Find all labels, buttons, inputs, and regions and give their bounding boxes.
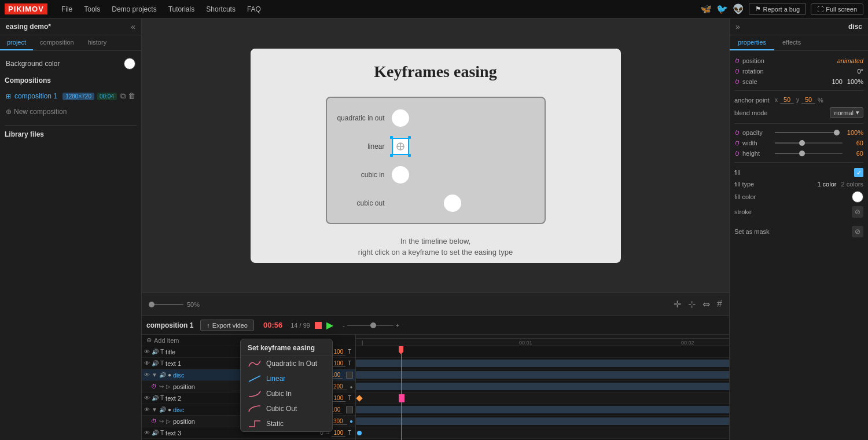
keyframe-start-pos1[interactable] [356, 395, 362, 401]
height-value[interactable]: 60 [846, 150, 863, 157]
tab-history[interactable]: history [81, 35, 113, 50]
fill-type-2colors[interactable]: 2 colors [841, 181, 863, 188]
audio-icon-text1[interactable]: 🔊 [152, 360, 159, 366]
composition-copy-btn[interactable]: ⧉ [120, 91, 126, 101]
menu-tutorials[interactable]: Tutorials [164, 3, 200, 16]
left-tabs: project composition history [0, 35, 141, 51]
zoom-slider[interactable] [149, 304, 183, 305]
width-value[interactable]: 60 [846, 140, 863, 146]
zoom-thumb[interactable] [149, 302, 155, 307]
audio-icon-text2[interactable]: 🔊 [152, 395, 159, 401]
prop-row-fill: fill ✓ [734, 166, 863, 179]
next-key-icon-pos2[interactable]: ▷ [166, 418, 171, 424]
right-panel-collapse[interactable]: » [735, 22, 740, 31]
visibility-icon-text3[interactable]: 👁 [144, 430, 150, 436]
tab-effects[interactable]: effects [774, 35, 809, 50]
visibility-icon-title[interactable]: 👁 [144, 349, 150, 355]
speed-slider-thumb[interactable] [370, 322, 376, 328]
width-thumb[interactable] [799, 140, 805, 146]
opacity-thumb[interactable] [834, 130, 840, 135]
blend-mode-select[interactable]: normal ▾ [830, 107, 863, 118]
curve-icon-pos2[interactable]: ↪ [159, 418, 164, 424]
fill-checkbox[interactable]: ✓ [854, 168, 863, 177]
prop-label-blend: blend mode [734, 109, 830, 116]
prop-scale-y[interactable]: 100 [847, 78, 858, 85]
timeline-controls: 00:56 14 / 99 ▶ - + [263, 320, 399, 331]
tab-composition[interactable]: composition [33, 35, 81, 50]
move-cross-icon[interactable]: ⊹ [688, 299, 696, 310]
menu-faq[interactable]: FAQ [242, 3, 266, 16]
popup-item-quadratic[interactable]: Quadratic In Out [241, 356, 332, 371]
reddit-icon[interactable]: 👽 [733, 3, 744, 14]
frame-grid-icon[interactable]: # [717, 299, 722, 310]
visibility-icon-text1[interactable]: 👁 [144, 360, 150, 366]
curve-icon-pos1[interactable]: ↪ [159, 383, 164, 390]
keyframe-current-pos1[interactable] [399, 394, 404, 402]
anchor-x-val[interactable]: 50 [780, 96, 794, 104]
keyframe-circle-btn2[interactable]: ● [350, 418, 353, 424]
opacity-value[interactable]: 100 [840, 129, 858, 136]
height-slider[interactable] [775, 153, 843, 154]
height-thumb[interactable] [799, 151, 805, 156]
fill-type-1color[interactable]: 1 color [817, 181, 836, 188]
visibility-icon-disc2[interactable]: 👁 [144, 406, 150, 413]
prop-value-position: animated [837, 57, 863, 64]
export-video-button[interactable]: ↑ Export video [200, 320, 254, 331]
popup-item-linear[interactable]: Linear [241, 371, 332, 386]
popup-item-static[interactable]: Static [241, 416, 332, 431]
playhead[interactable] [401, 346, 402, 440]
expand-icon-disc2[interactable]: ▼ [152, 406, 157, 413]
add-icon: ⊕ [6, 108, 12, 116]
chevron-down-icon: ▾ [856, 109, 859, 116]
easing-label-quadratic: quadratic in out [333, 114, 385, 122]
play-button[interactable]: ▶ [326, 320, 333, 331]
menu-demo[interactable]: Demo projects [107, 3, 161, 16]
prop-row-blend: blend mode normal ▾ [734, 105, 863, 120]
keyframe-start-pos2[interactable] [357, 431, 362, 435]
visibility-icon-text2[interactable]: 👁 [144, 395, 150, 401]
anchor-y-val[interactable]: 50 [801, 96, 815, 104]
stop-button[interactable] [315, 322, 322, 329]
tab-properties[interactable]: properties [730, 35, 774, 50]
prop-scale-x[interactable]: 100 [832, 78, 843, 85]
visibility-icon-disc1[interactable]: 👁 [144, 372, 150, 378]
prop-label-stroke: stroke [734, 208, 852, 215]
composition-delete-btn[interactable]: 🗑 [128, 91, 135, 101]
crosshair-icon[interactable]: ✛ [674, 299, 681, 310]
new-composition-button[interactable]: ⊕ New composition [5, 105, 137, 118]
opacity-slider[interactable] [775, 132, 837, 133]
fill-color-swatch[interactable] [852, 191, 863, 203]
background-color-swatch[interactable] [124, 58, 135, 69]
report-bug-button[interactable]: ⚑ Report a bug [749, 3, 807, 15]
expand-icon[interactable]: ⇔ [703, 299, 710, 310]
stroke-icon[interactable]: ⊘ [852, 206, 863, 218]
add-keyframe-btn1[interactable]: ⬥ [350, 383, 353, 390]
tl-val-to-text1[interactable]: 100 [332, 360, 345, 367]
audio-icon-disc1[interactable]: 🔊 [159, 372, 166, 378]
menu-tools[interactable]: Tools [79, 3, 105, 16]
audio-icon-disc2[interactable]: 🔊 [159, 406, 166, 413]
width-slider[interactable] [775, 142, 843, 144]
twitter-icon[interactable]: 🐦 [716, 3, 728, 14]
tl-val-to-title[interactable]: 100 [332, 349, 345, 355]
expand-icon-disc1[interactable]: ▼ [152, 372, 157, 378]
tl-val-to-text3[interactable]: 100 [332, 430, 345, 437]
popup-item-cubic-in[interactable]: Cubic In [241, 386, 332, 401]
menu-shortcuts[interactable]: Shortcuts [201, 3, 240, 16]
canvas-title: Keyframes easing [251, 49, 621, 90]
audio-icon-title[interactable]: 🔊 [152, 349, 159, 355]
popup-item-cubic-out[interactable]: Cubic Out [241, 401, 332, 416]
tab-project[interactable]: project [0, 35, 33, 50]
audio-icon-text3[interactable]: 🔊 [152, 430, 159, 436]
menu-file[interactable]: File [57, 3, 77, 16]
add-item-button[interactable]: ⊕ Add item [144, 335, 181, 345]
left-panel-collapse[interactable]: « [131, 22, 135, 31]
butterfly-icon[interactable]: 🦋 [700, 3, 712, 14]
selection-handle-br [408, 154, 411, 157]
next-key-icon-pos1[interactable]: ▷ [166, 383, 171, 390]
tl-val-to-text2[interactable]: 100 [332, 395, 345, 402]
mask-icon[interactable]: ⊘ [852, 226, 863, 237]
speed-slider-track[interactable] [347, 325, 393, 326]
composition-item[interactable]: ⊞ composition 1 1280×720 00:04 ⧉ 🗑 [5, 89, 137, 103]
fullscreen-button[interactable]: ⛶ Full screen [811, 3, 863, 15]
